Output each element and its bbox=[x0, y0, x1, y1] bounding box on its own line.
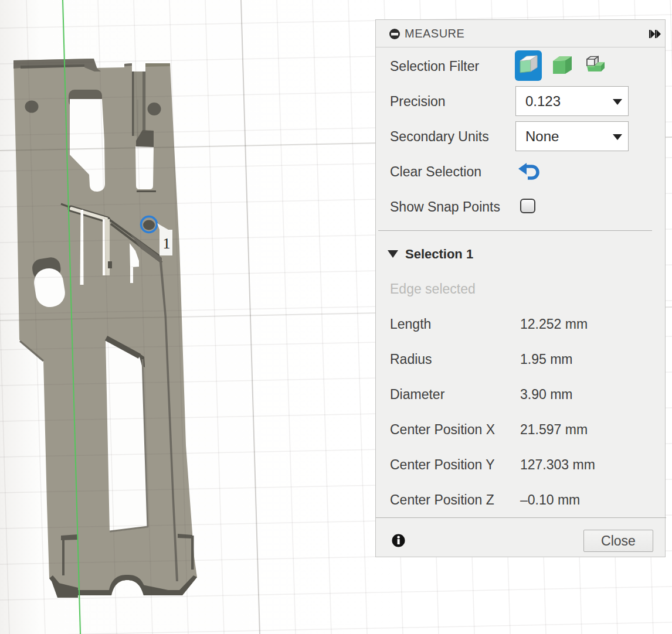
svg-text:1: 1 bbox=[163, 235, 171, 252]
